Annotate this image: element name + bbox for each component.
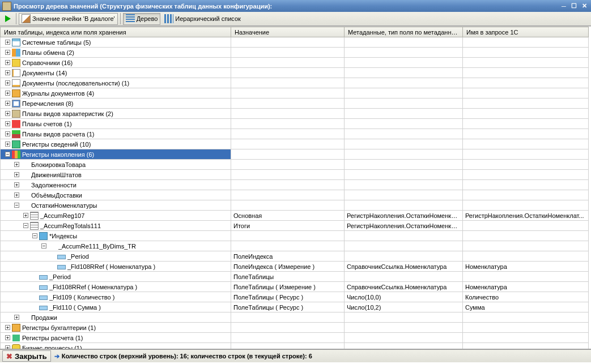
cell-c1 [231, 68, 345, 78]
header-row: Имя таблицы, индекса или поля хранения Н… [1, 27, 589, 37]
table-row[interactable]: −*Индексы [1, 231, 589, 241]
expand-icon[interactable]: + [5, 345, 10, 349]
table-row[interactable]: +Документы (14) [1, 68, 589, 78]
table-row[interactable]: −ОстаткиНоменклатуры [1, 200, 589, 211]
expand-icon[interactable]: + [14, 182, 19, 187]
col-header-metadata[interactable]: Метаданные, тип поля по метаданным [345, 27, 463, 37]
expand-icon[interactable]: + [14, 192, 19, 198]
table-row[interactable]: +Продажи [1, 312, 589, 323]
minimize-button[interactable]: ─ [559, 2, 568, 10]
expand-icon[interactable]: + [14, 162, 19, 167]
collapse-icon[interactable]: − [23, 223, 28, 228]
accreg-icon [12, 324, 20, 332]
edit-icon [22, 14, 31, 23]
table-row[interactable]: _PeriodПолеИндекса [1, 251, 589, 262]
accumreg-icon [12, 151, 20, 159]
table-row[interactable]: +Планы счетов (1) [1, 119, 589, 129]
collapse-icon[interactable]: − [41, 243, 46, 249]
collapse-icon[interactable]: − [32, 233, 37, 238]
tree-button[interactable]: Дерево [123, 13, 161, 25]
expand-icon[interactable]: + [5, 101, 10, 106]
node-label: _Period [67, 253, 89, 260]
expand-icon[interactable]: + [5, 50, 10, 55]
table-row[interactable]: +ДвиженияШтатов [1, 170, 589, 180]
cell-c3 [463, 68, 589, 78]
expand-icon[interactable]: + [5, 40, 10, 45]
bp-icon [12, 344, 20, 349]
table-row[interactable]: −Регистры накопления (6) [1, 149, 589, 160]
table-row[interactable]: +БлокировкаТовара [1, 160, 589, 170]
node-label: _AccumRe111_ByDims_TR [58, 243, 136, 250]
cell-c2: РегистрНакопления.ОстаткиНоменклат... [345, 221, 463, 231]
expand-icon[interactable]: + [5, 80, 10, 85]
cell-c2 [345, 200, 463, 211]
table-row[interactable]: −_AccumRegTotals111ИтогиРегистрНакоплени… [1, 221, 589, 231]
table-row[interactable]: +Планы видов расчета (1) [1, 129, 589, 139]
collapse-icon[interactable]: − [5, 152, 10, 157]
cell-c3 [463, 88, 589, 99]
close-button[interactable]: ✕ [580, 2, 589, 10]
expand-icon[interactable]: + [14, 315, 19, 320]
expand-icon[interactable]: + [5, 121, 10, 126]
exchange-icon [12, 49, 20, 57]
run-button[interactable] [2, 13, 14, 25]
node-label: Регистры сведений (10) [22, 141, 91, 148]
col-header-purpose[interactable]: Назначение [231, 27, 345, 37]
node-label: Документы (последовательности) (1) [22, 80, 129, 87]
table-row[interactable]: −_AccumRe111_ByDims_TR [1, 241, 589, 251]
table-row[interactable]: +Планы обмена (2) [1, 48, 589, 58]
node-label: ОбъёмыДоставки [31, 192, 82, 199]
maximize-button[interactable]: ☐ [569, 2, 579, 10]
catalog-icon [12, 59, 20, 67]
expand-icon[interactable]: + [14, 172, 19, 177]
expand-icon[interactable]: + [5, 60, 10, 65]
expand-icon[interactable]: + [23, 213, 28, 218]
table-row[interactable]: +Регистры сведений (10) [1, 139, 589, 149]
collapse-icon[interactable]: − [14, 203, 19, 208]
table-row[interactable]: +Перечисления (8) [1, 99, 589, 109]
expand-icon[interactable]: + [5, 131, 10, 136]
cell-c1 [231, 323, 345, 333]
cell-c3: Количество [463, 292, 589, 302]
document-icon [12, 69, 20, 77]
table-row[interactable]: +_AccumReg107ОсновнаяРегистрНакопления.О… [1, 211, 589, 221]
node-label: *Индексы [49, 233, 77, 239]
close-panel-button[interactable]: ✖ Закрыть [2, 350, 51, 362]
table-row[interactable]: +Справочники (16) [1, 58, 589, 68]
table-row[interactable]: _Fld109 ( Количество )ПолеТаблицы ( Ресу… [1, 292, 589, 302]
expand-icon[interactable]: + [5, 111, 10, 116]
table-row[interactable]: _Fld108RRef ( Номенклатура )ПолеИндекса … [1, 262, 589, 272]
expand-icon[interactable]: + [5, 325, 10, 330]
cell-c1: ПолеТаблицы ( Измерение ) [231, 282, 345, 292]
table-row[interactable]: _PeriodПолеТаблицы [1, 272, 589, 282]
table-row[interactable]: +Регистры расчета (1) [1, 333, 589, 343]
col-header-name[interactable]: Имя таблицы, индекса или поля хранения [1, 27, 231, 37]
cell-value-button[interactable]: Значение ячейки 'В диалоге' [19, 13, 118, 25]
table-row[interactable]: +Системные таблицы (5) [1, 37, 589, 48]
node-label: БлокировкаТовара [31, 161, 86, 168]
table-icon [30, 222, 39, 230]
cell-c1: ПолеИндекса [231, 251, 345, 262]
table-row[interactable]: _Fld108RRef ( Номенклатура )ПолеТаблицы … [1, 282, 589, 292]
table-row[interactable]: +Журналы документов (4) [1, 88, 589, 99]
tree-grid-container[interactable]: Имя таблицы, индекса или поля хранения Н… [0, 26, 591, 349]
table-row[interactable]: +Задолженности [1, 180, 589, 190]
expand-icon[interactable]: + [5, 91, 10, 96]
expand-icon[interactable]: + [5, 70, 10, 75]
status-info: ➔ Количество строк (верхний уровень): 16… [52, 353, 314, 360]
expand-icon[interactable]: + [5, 335, 10, 340]
cell-c1 [231, 119, 345, 129]
table-row[interactable]: +ОбъёмыДоставки [1, 190, 589, 200]
cell-c2 [345, 58, 463, 68]
table-row[interactable]: +Планы видов характеристик (2) [1, 109, 589, 119]
node-label: Регистры накопления (6) [22, 151, 94, 158]
table-row[interactable]: +Бизнес-процессы (1) [1, 343, 589, 349]
table-row[interactable]: _Fld110 ( Сумма )ПолеТаблицы ( Ресурс )Ч… [1, 302, 589, 312]
table-row[interactable]: +Документы (последовательности) (1) [1, 78, 589, 88]
cell-c1 [231, 58, 345, 68]
expand-icon[interactable]: + [5, 142, 10, 147]
table-row[interactable]: +Регистры бухгалтерии (1) [1, 323, 589, 333]
node-label: Перечисления (8) [22, 100, 73, 107]
col-header-query[interactable]: Имя в запросе 1С [463, 27, 589, 37]
hier-list-button[interactable]: Иерархический список [161, 13, 244, 25]
